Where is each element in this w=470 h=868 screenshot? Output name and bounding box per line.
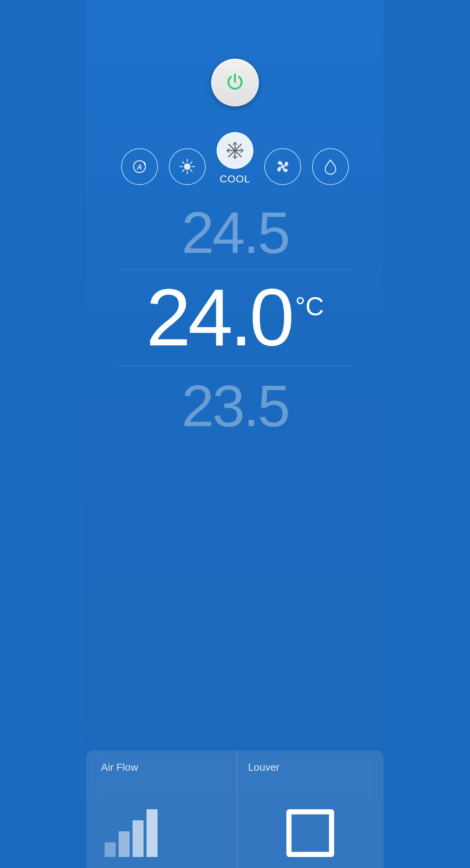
airflow-section[interactable]: Air Flow [86,751,237,868]
main-container: A [86,0,384,868]
temp-lower: 23.5 [181,377,288,435]
mode-button-auto[interactable]: A [121,148,158,185]
mode-button-fan[interactable] [264,148,301,185]
airflow-content [101,784,226,857]
power-section [211,59,259,106]
louver-section[interactable]: Louver [237,751,384,868]
divider-lower [116,365,354,366]
louver-icon-container [248,809,373,857]
temp-unit: °C [295,292,324,321]
mode-button-dry[interactable] [312,148,349,185]
mode-button-cool[interactable] [217,132,253,169]
svg-line-10 [191,162,192,164]
temp-upper: 24.5 [181,203,288,262]
louver-content [248,784,373,857]
svg-point-24 [281,165,285,168]
mode-button-heat[interactable] [169,148,206,185]
airflow-label: Air Flow [101,762,226,773]
airflow-bar-1 [105,842,116,857]
louver-label: Louver [248,762,373,773]
airflow-bars [101,809,158,857]
airflow-bar-3 [133,820,144,857]
mode-section: A [121,132,349,185]
airflow-bar-4 [147,809,158,857]
bottom-panel: Air Flow Louver [86,751,384,868]
svg-line-9 [191,170,192,172]
airflow-bar-2 [119,831,130,857]
mode-cool-container: COOL [217,132,253,185]
svg-point-3 [184,163,191,170]
temp-current: 24.0 [146,277,292,358]
svg-text:A: A [137,163,142,171]
mode-cool-label: COOL [220,173,250,185]
power-button[interactable] [211,59,259,106]
temperature-section: 24.5 24.0 °C 23.5 [86,203,384,751]
svg-line-11 [182,170,184,172]
divider-upper [116,269,354,270]
louver-square-icon [286,809,334,857]
temp-main-row: 24.0 °C [146,277,324,358]
svg-marker-2 [144,163,146,165]
svg-line-8 [182,162,184,164]
